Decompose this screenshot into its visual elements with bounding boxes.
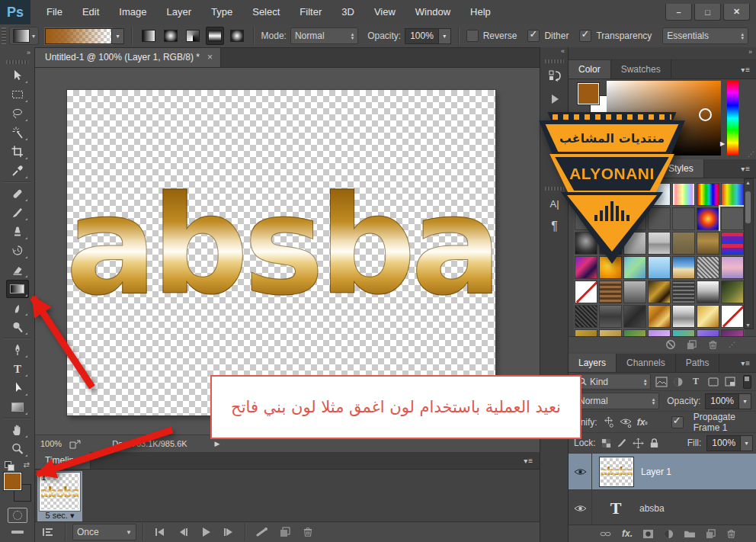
style-swatch[interactable] xyxy=(599,256,622,279)
dither-checkbox-group[interactable]: Dither xyxy=(527,30,569,42)
tab-channels[interactable]: Channels xyxy=(617,354,676,372)
style-swatch[interactable] xyxy=(623,232,646,255)
layer-opacity-value[interactable]: 100% xyxy=(705,393,739,409)
workspace-dropdown[interactable]: Essentials xyxy=(662,27,748,44)
style-swatch[interactable] xyxy=(599,207,622,230)
smudge-tool[interactable] xyxy=(6,299,29,317)
menu-item-image[interactable]: Image xyxy=(109,0,156,24)
layer-name[interactable]: absba xyxy=(639,503,665,514)
filter-kind-dropdown[interactable]: Kind xyxy=(574,374,651,390)
style-swatch[interactable] xyxy=(623,329,646,336)
opacity-value[interactable]: 100% xyxy=(405,28,439,44)
lock-transparency-icon[interactable] xyxy=(601,437,611,449)
menu-item-edit[interactable]: Edit xyxy=(72,0,109,24)
filter-toggle-switch[interactable] xyxy=(743,375,751,389)
style-swatch[interactable] xyxy=(672,183,695,206)
foreground-color-swatch[interactable] xyxy=(4,473,21,490)
style-swatch[interactable] xyxy=(648,281,671,303)
style-swatch[interactable] xyxy=(575,183,597,206)
style-swatch[interactable] xyxy=(623,256,646,279)
style-swatch[interactable] xyxy=(697,232,719,255)
layer-opacity-arrow[interactable] xyxy=(739,393,751,409)
export-icon[interactable] xyxy=(69,439,82,449)
duplicate-frame-button[interactable] xyxy=(275,524,295,540)
resize-grip[interactable] xyxy=(729,341,735,348)
tab-color[interactable]: Color xyxy=(569,60,611,79)
style-swatch[interactable] xyxy=(697,207,719,230)
actions-panel-icon[interactable] xyxy=(544,89,565,109)
style-swatch[interactable] xyxy=(672,207,695,230)
panel-collapse-icon[interactable] xyxy=(569,47,756,60)
diamond-gradient-button[interactable] xyxy=(228,27,246,45)
visibility-cell[interactable] xyxy=(569,454,592,489)
eraser-tool[interactable] xyxy=(6,261,29,279)
scroll-up-icon[interactable]: ▲ xyxy=(745,180,751,185)
play-button[interactable] xyxy=(196,524,216,540)
adjustment-layer-icon[interactable] xyxy=(664,529,674,539)
menu-item-3d[interactable]: 3D xyxy=(332,0,364,24)
magic-wand-tool[interactable] xyxy=(6,123,29,142)
layers-panel-menu-icon[interactable] xyxy=(741,359,751,367)
frame-duration-dropdown[interactable]: 5 sec. xyxy=(37,511,82,521)
lock-pixels-icon[interactable] xyxy=(617,437,627,449)
default-colors-icon[interactable] xyxy=(5,461,11,468)
style-swatch[interactable] xyxy=(648,183,671,206)
dither-checkbox[interactable] xyxy=(527,30,540,42)
style-swatch[interactable] xyxy=(648,207,671,230)
delete-frame-button[interactable] xyxy=(298,524,318,540)
style-swatch[interactable] xyxy=(697,281,719,303)
convert-to-video-timeline-icon[interactable] xyxy=(39,524,59,540)
new-group-icon[interactable] xyxy=(684,529,696,538)
new-layer-icon[interactable] xyxy=(706,529,716,539)
layer-opacity-control[interactable]: 100% xyxy=(705,393,751,409)
eyedropper-tool[interactable] xyxy=(6,162,29,180)
layer-row-layer-1[interactable]: absba Layer 1 xyxy=(569,454,756,490)
style-swatch[interactable] xyxy=(599,232,622,255)
next-frame-button[interactable] xyxy=(219,524,239,540)
delete-layer-icon[interactable] xyxy=(726,529,736,539)
gradient-picker-arrow[interactable] xyxy=(112,28,124,44)
style-swatch[interactable] xyxy=(575,281,597,303)
document-tab[interactable]: Untitled-1 @ 100% (Layer 1, RGB/8) * × xyxy=(34,47,221,67)
menu-item-select[interactable]: Select xyxy=(242,0,290,24)
scrollbar-thumb[interactable] xyxy=(745,191,751,223)
style-swatch[interactable] xyxy=(575,256,597,279)
timeline-tab[interactable]: Timeline xyxy=(34,452,91,469)
filter-pixel-layers-icon[interactable] xyxy=(654,375,668,389)
style-swatch[interactable] xyxy=(721,305,744,328)
style-swatch[interactable] xyxy=(575,232,597,255)
timeline-menu-icon[interactable] xyxy=(524,457,533,465)
style-swatch[interactable] xyxy=(648,329,671,336)
tab-layers[interactable]: Layers xyxy=(569,354,617,372)
mode-dropdown[interactable]: Normal xyxy=(290,27,358,44)
linear-gradient-button[interactable] xyxy=(139,27,158,45)
styles-panel-menu-icon[interactable] xyxy=(741,165,751,173)
first-frame-button[interactable] xyxy=(150,524,170,540)
layer-style-icon[interactable]: fx. xyxy=(622,528,633,539)
eye-icon[interactable] xyxy=(574,504,587,513)
saturation-field[interactable] xyxy=(607,81,721,156)
radial-gradient-button[interactable] xyxy=(162,27,180,45)
style-swatch[interactable] xyxy=(599,305,622,328)
screen-mode-button[interactable] xyxy=(11,531,24,534)
filter-type-layers-icon[interactable]: T xyxy=(689,375,703,389)
crop-tool[interactable] xyxy=(6,143,29,161)
filter-shape-layers-icon[interactable] xyxy=(706,375,720,389)
status-flyout-icon[interactable]: ▶ xyxy=(215,440,220,447)
style-swatch[interactable] xyxy=(623,281,646,303)
tab-styles[interactable]: Styles xyxy=(658,159,704,178)
zoom-level[interactable]: 100% xyxy=(40,439,62,448)
brush-tool[interactable] xyxy=(6,204,29,222)
filter-smart-objects-icon[interactable] xyxy=(723,375,738,389)
reflected-gradient-button[interactable] xyxy=(206,27,224,45)
dodge-tool[interactable] xyxy=(6,318,29,336)
style-swatch[interactable] xyxy=(623,305,646,328)
fill-control[interactable]: 100% xyxy=(706,435,753,451)
history-brush-tool[interactable] xyxy=(6,242,29,260)
style-swatch[interactable] xyxy=(721,232,744,255)
style-swatch[interactable] xyxy=(672,329,695,336)
style-swatch[interactable] xyxy=(721,207,744,230)
gradient-preview[interactable] xyxy=(45,28,112,44)
style-swatch[interactable] xyxy=(575,329,597,336)
animation-frame[interactable]: 1 absba 5 sec. xyxy=(37,471,82,521)
